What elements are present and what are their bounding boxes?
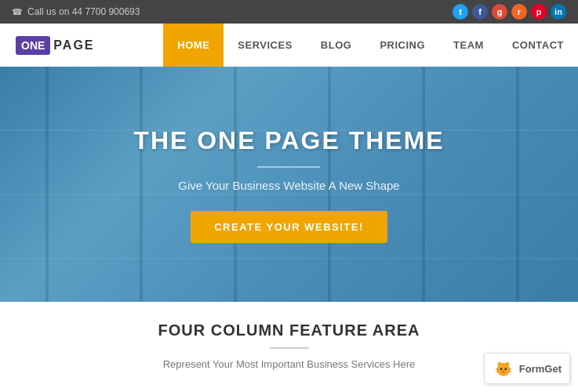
svg-point-4 xyxy=(500,368,503,370)
svg-point-5 xyxy=(504,368,507,370)
rss-icon[interactable]: r xyxy=(511,4,527,20)
phone-text: Call us on 44 7700 900693 xyxy=(27,6,140,17)
feature-title: FOUR COLUMN FEATURE AREA xyxy=(16,321,562,339)
feature-divider xyxy=(270,347,309,349)
navbar: ONE PAGE HOME SERVICES BLOG PRICING TEAM… xyxy=(0,24,578,67)
facebook-icon[interactable]: f xyxy=(472,4,488,20)
formget-mascot-icon xyxy=(493,358,514,379)
logo: ONE PAGE xyxy=(0,24,163,67)
nav-services[interactable]: SERVICES xyxy=(224,24,307,67)
hero-subtitle: Give Your Business Website A New Shape xyxy=(133,179,444,192)
hero-section: THE ONE PAGE THEME Give Your Business We… xyxy=(0,67,578,302)
formget-label: FormGet xyxy=(519,363,562,375)
create-website-button[interactable]: CREATE YOUR WEBSITE! xyxy=(191,211,387,243)
pinterest-icon[interactable]: p xyxy=(531,4,547,20)
nav-team[interactable]: TEAM xyxy=(439,24,498,67)
nav-contact[interactable]: CONTACT xyxy=(498,24,578,67)
svg-point-3 xyxy=(498,364,509,375)
phone-icon: ☎ xyxy=(12,7,23,17)
hero-divider xyxy=(257,166,320,168)
hero-title: THE ONE PAGE THEME xyxy=(133,126,444,155)
nav-blog[interactable]: BLOG xyxy=(307,24,366,67)
linkedin-icon[interactable]: in xyxy=(551,4,566,20)
feature-subtitle: Represent Your Most Important Business S… xyxy=(16,358,562,370)
nav-links: HOME SERVICES BLOG PRICING TEAM CONTACT xyxy=(163,24,578,67)
formget-badge[interactable]: FormGet xyxy=(484,353,570,382)
nav-pricing[interactable]: PRICING xyxy=(365,24,439,67)
googleplus-icon[interactable]: g xyxy=(492,4,507,20)
hero-content: THE ONE PAGE THEME Give Your Business We… xyxy=(102,126,475,243)
svg-point-6 xyxy=(502,371,505,373)
twitter-icon[interactable]: t xyxy=(453,4,468,20)
top-bar: ☎ Call us on 44 7700 900693 t f g r p in xyxy=(0,0,578,24)
phone-info: ☎ Call us on 44 7700 900693 xyxy=(12,6,140,17)
logo-one: ONE xyxy=(16,36,50,55)
logo-page: PAGE xyxy=(53,38,94,53)
social-icons-group: t f g r p in xyxy=(453,4,566,20)
nav-home[interactable]: HOME xyxy=(163,24,224,67)
